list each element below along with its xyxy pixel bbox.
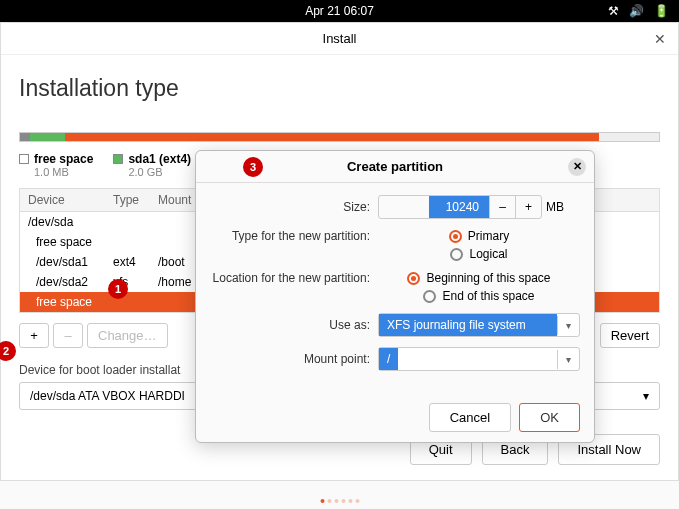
close-icon[interactable]: ✕	[654, 31, 666, 47]
col-device[interactable]: Device	[28, 193, 113, 207]
callout-badge-1: 1	[108, 279, 128, 299]
type-label: Type for the new partition:	[210, 229, 370, 243]
legend-sda1-name: sda1 (ext4)	[128, 152, 191, 166]
ok-button[interactable]: OK	[519, 403, 580, 432]
volume-icon[interactable]: 🔊	[629, 4, 644, 18]
useas-label: Use as:	[210, 318, 370, 332]
network-icon[interactable]: ⚒	[608, 4, 619, 18]
radio-beginning[interactable]: Beginning of this space	[407, 271, 550, 285]
legend-free-name: free space	[34, 152, 93, 166]
radio-logical[interactable]: Logical	[450, 247, 507, 261]
chevron-down-icon: ▾	[557, 350, 579, 369]
change-partition-button[interactable]: Change…	[87, 323, 168, 348]
useas-select[interactable]: XFS journaling file system ▾	[378, 313, 580, 337]
clock: Apr 21 06:07	[305, 4, 374, 18]
callout-badge-3: 3	[243, 157, 263, 177]
legend-swatch-sda1	[113, 154, 123, 164]
top-bar: Apr 21 06:07 ⚒ 🔊 🔋	[0, 0, 679, 22]
chevron-down-icon: ▾	[643, 389, 649, 403]
size-unit: MB	[546, 200, 564, 214]
legend-swatch-free	[19, 154, 29, 164]
radio-icon	[423, 290, 436, 303]
revert-button[interactable]: Revert	[600, 323, 660, 348]
size-minus-button[interactable]: –	[489, 196, 515, 218]
dialog-close-icon[interactable]: ✕	[568, 158, 586, 176]
radio-primary[interactable]: Primary	[449, 229, 509, 243]
add-partition-button[interactable]: +	[19, 323, 49, 348]
cancel-button[interactable]: Cancel	[429, 403, 511, 432]
size-label: Size:	[210, 200, 370, 214]
radio-end[interactable]: End of this space	[423, 289, 534, 303]
battery-icon[interactable]: 🔋	[654, 4, 669, 18]
page-dots	[320, 499, 359, 503]
radio-icon	[407, 272, 420, 285]
mount-label: Mount point:	[210, 352, 370, 366]
create-partition-dialog: Create partition ✕ Size: 10240 – + MB Ty…	[195, 150, 595, 443]
mount-select[interactable]: / ▾	[378, 347, 580, 371]
size-plus-button[interactable]: +	[515, 196, 541, 218]
location-label: Location for the new partition:	[210, 271, 370, 285]
titlebar: Install ✕	[1, 23, 678, 55]
col-type[interactable]: Type	[113, 193, 158, 207]
window-title: Install	[323, 31, 357, 46]
system-tray: ⚒ 🔊 🔋	[608, 4, 669, 18]
page-title: Installation type	[19, 75, 660, 102]
remove-partition-button[interactable]: –	[53, 323, 83, 348]
size-input[interactable]: 10240 – +	[378, 195, 542, 219]
radio-icon	[450, 248, 463, 261]
disk-usage-bar	[19, 132, 660, 142]
legend-free-size: 1.0 MB	[34, 166, 93, 178]
chevron-down-icon: ▾	[557, 316, 579, 335]
legend-sda1-size: 2.0 GB	[128, 166, 191, 178]
dialog-title: Create partition	[347, 159, 443, 174]
radio-icon	[449, 230, 462, 243]
